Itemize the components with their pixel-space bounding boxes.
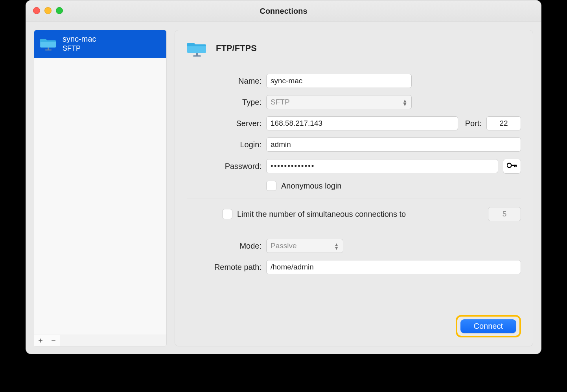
svg-rect-3: [193, 55, 201, 57]
zoom-window-button[interactable]: [56, 7, 63, 14]
connect-highlight: Connect: [456, 315, 521, 337]
close-window-button[interactable]: [33, 7, 40, 14]
password-input[interactable]: [266, 159, 498, 173]
mode-label: Mode:: [187, 242, 261, 251]
svg-rect-5: [511, 165, 516, 166]
panel-title: FTP/FTPS: [216, 43, 257, 53]
connections-window: Connections sync-mac SFTP: [26, 0, 541, 354]
name-label: Name:: [187, 77, 261, 86]
anonymous-label: Anonymous login: [281, 181, 341, 191]
svg-rect-0: [48, 48, 49, 49]
svg-rect-7: [515, 165, 517, 167]
server-label: Server:: [187, 119, 261, 128]
content: sync-mac SFTP + −: [26, 22, 541, 354]
connection-protocol: SFTP: [63, 44, 96, 53]
connection-list-item[interactable]: sync-mac SFTP: [34, 30, 166, 58]
password-label: Password:: [187, 162, 261, 171]
keychain-button[interactable]: [503, 159, 521, 174]
connections-list[interactable]: sync-mac SFTP: [34, 30, 167, 335]
type-value: SFTP: [271, 98, 290, 106]
anonymous-checkbox[interactable]: [266, 181, 276, 191]
svg-rect-6: [514, 165, 515, 167]
window-title: Connections: [260, 7, 307, 16]
key-icon: [507, 162, 517, 170]
server-input[interactable]: [266, 116, 458, 130]
limit-connections-label: Limit the number of simultaneous connect…: [237, 210, 483, 219]
titlebar: Connections: [26, 0, 541, 22]
sidebar-toolbar: + −: [34, 335, 167, 346]
divider: [187, 230, 521, 230]
limit-connections-checkbox[interactable]: [222, 209, 232, 219]
svg-point-4: [507, 163, 512, 167]
divider: [187, 198, 521, 198]
remote-path-label: Remote path:: [187, 263, 261, 272]
add-connection-button[interactable]: +: [34, 335, 47, 346]
login-input[interactable]: [266, 137, 521, 152]
mode-value: Passive: [271, 242, 297, 250]
connections-sidebar: sync-mac SFTP + −: [34, 30, 167, 346]
chevron-updown-icon: [402, 99, 407, 106]
minimize-window-button[interactable]: [44, 7, 52, 14]
port-input[interactable]: [486, 116, 521, 130]
connection-name: sync-mac: [63, 34, 96, 44]
svg-rect-2: [196, 53, 198, 55]
window-controls: [33, 7, 63, 14]
type-label: Type:: [187, 98, 261, 107]
port-label: Port:: [463, 119, 482, 128]
divider: [187, 65, 521, 65]
max-connections-input[interactable]: [488, 207, 521, 221]
type-select[interactable]: SFTP: [266, 95, 412, 109]
connect-button[interactable]: Connect: [460, 319, 517, 333]
name-input[interactable]: [266, 74, 412, 88]
login-label: Login:: [187, 140, 261, 149]
remove-connection-button[interactable]: −: [47, 335, 60, 346]
mode-select[interactable]: Passive: [266, 239, 343, 253]
chevron-updown-icon: [334, 243, 339, 250]
connection-details-panel: FTP/FTPS Name: Type: SFTP Server:: [175, 30, 533, 346]
svg-rect-1: [45, 49, 52, 51]
panel-header: FTP/FTPS: [187, 39, 521, 65]
remote-path-input[interactable]: [266, 260, 521, 274]
network-folder-icon: [40, 36, 57, 51]
network-folder-icon: [187, 39, 207, 58]
